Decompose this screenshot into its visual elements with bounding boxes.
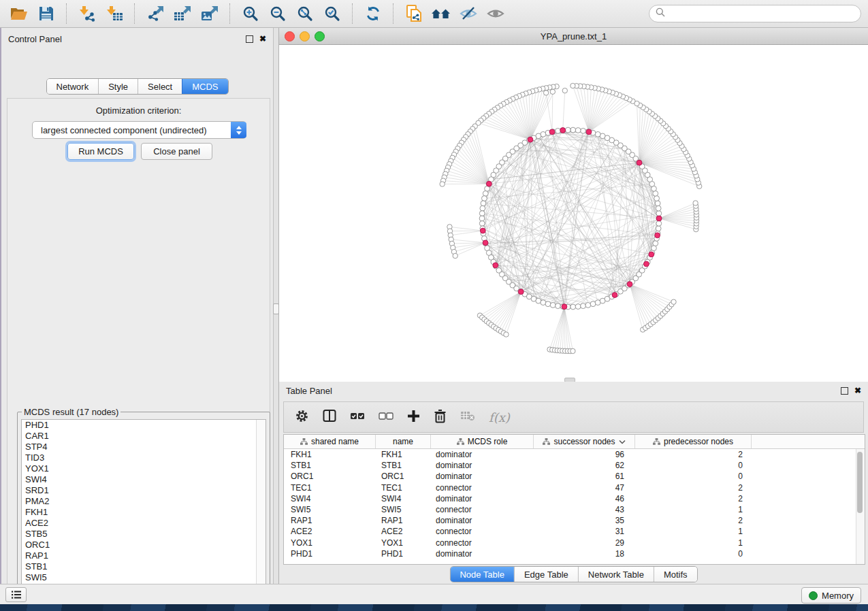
list-icon bbox=[11, 590, 22, 599]
table-row[interactable]: ACE2ACE2connector311 bbox=[284, 526, 865, 537]
mcds-result-item[interactable]: SRD1 bbox=[22, 485, 266, 496]
network-window-titlebar[interactable]: YPA_prune.txt_1 bbox=[279, 28, 868, 45]
mcds-list-scrollbar[interactable] bbox=[256, 420, 266, 611]
close-panel-icon[interactable]: ✖ bbox=[259, 36, 266, 42]
zoom-out-icon[interactable] bbox=[266, 3, 290, 24]
mcds-result-item[interactable]: STP4 bbox=[22, 442, 266, 452]
tab-style[interactable]: Style bbox=[98, 79, 138, 94]
import-table-icon[interactable] bbox=[102, 3, 127, 24]
mcds-result-item[interactable]: TID3 bbox=[22, 452, 266, 463]
mcds-result-group: MCDS result (17 nodes) PHD1CAR1STP4TID3Y… bbox=[17, 412, 270, 611]
mcds-result-item[interactable]: RAP1 bbox=[22, 550, 266, 561]
vertical-splitter-handle[interactable] bbox=[273, 303, 279, 314]
column-header-mcds-role[interactable]: MCDS role bbox=[431, 435, 534, 448]
table-settings-icon[interactable] bbox=[295, 409, 309, 426]
export-network-icon[interactable] bbox=[143, 3, 167, 24]
select-all-icon[interactable] bbox=[350, 411, 365, 423]
search-icon bbox=[656, 7, 665, 20]
mcds-result-item[interactable]: CAR1 bbox=[22, 431, 266, 442]
mcds-tab-content: Optimization criterion: largest connecte… bbox=[7, 98, 270, 606]
float-panel-icon[interactable] bbox=[246, 35, 253, 43]
tab-network-table[interactable]: Network Table bbox=[578, 567, 654, 582]
first-neighbors-icon[interactable] bbox=[429, 3, 453, 24]
clone-network-icon[interactable] bbox=[402, 3, 426, 24]
hierarchy-icon bbox=[653, 438, 660, 445]
mcds-result-item[interactable]: PHD1 bbox=[22, 420, 266, 431]
column-header-predecessor-nodes[interactable]: predecessor nodes bbox=[635, 435, 752, 448]
tab-network[interactable]: Network bbox=[46, 79, 98, 94]
hide-selected-icon[interactable] bbox=[456, 3, 481, 24]
mcds-result-item[interactable]: STB5 bbox=[22, 529, 266, 540]
mcds-result-item[interactable]: YOX1 bbox=[22, 463, 266, 474]
zoom-fit-icon[interactable] bbox=[293, 3, 317, 24]
toolbar-separator bbox=[229, 3, 231, 24]
task-history-button[interactable] bbox=[5, 587, 27, 602]
close-table-panel-icon[interactable]: ✖ bbox=[854, 388, 861, 394]
function-builder-icon: f(x) bbox=[489, 410, 510, 425]
table-row[interactable]: ORC1ORC1dominator610 bbox=[284, 471, 865, 482]
optimization-criterion-select[interactable]: largest connected component (undirected) bbox=[32, 121, 246, 139]
table-row[interactable]: SWI4SWI4dominator462 bbox=[284, 493, 865, 504]
close-panel-button[interactable]: Close panel bbox=[141, 143, 212, 160]
export-table-icon[interactable] bbox=[170, 3, 195, 24]
select-stepper-icon bbox=[231, 122, 246, 138]
float-table-panel-icon[interactable] bbox=[841, 387, 848, 395]
table-scrollbar-thumb[interactable] bbox=[857, 452, 863, 513]
show-all-icon[interactable] bbox=[483, 3, 508, 24]
tab-node-table[interactable]: Node Table bbox=[450, 567, 514, 582]
network-view[interactable] bbox=[279, 45, 868, 382]
refresh-layout-icon[interactable] bbox=[361, 3, 385, 24]
network-window-title: YPA_prune.txt_1 bbox=[279, 31, 868, 42]
table-row[interactable]: FKH1FKH1dominator962 bbox=[284, 449, 865, 460]
open-session-icon[interactable] bbox=[7, 3, 31, 24]
column-header-filler bbox=[752, 435, 865, 448]
mcds-result-item[interactable]: FKH1 bbox=[22, 507, 266, 518]
control-panel: Control Panel ✖ Network Style Select MCD… bbox=[1, 28, 273, 584]
table-row[interactable]: SWI5SWI5connector431 bbox=[284, 504, 865, 515]
mcds-result-item[interactable]: SWI4 bbox=[22, 474, 266, 485]
column-header-successor-nodes[interactable]: successor nodes bbox=[534, 435, 635, 448]
import-network-icon[interactable] bbox=[75, 3, 99, 24]
column-header-shared-name[interactable]: shared name bbox=[284, 435, 376, 448]
memory-button[interactable]: Memory bbox=[801, 587, 861, 604]
table-row[interactable]: YOX1YOX1connector291 bbox=[284, 538, 865, 548]
mcds-result-item[interactable]: ORC1 bbox=[22, 540, 266, 550]
table-panel-tabs: Node Table Edge Table Network Table Moti… bbox=[449, 566, 697, 582]
search-input[interactable] bbox=[669, 8, 854, 20]
optimization-criterion-value: largest connected component (undirected) bbox=[33, 125, 231, 135]
tab-select[interactable]: Select bbox=[138, 79, 182, 94]
mcds-result-item[interactable]: ACE2 bbox=[22, 518, 266, 529]
mcds-result-item[interactable]: PMA2 bbox=[22, 496, 266, 507]
table-panel-header: Table Panel ✖ bbox=[279, 382, 868, 399]
table-row[interactable]: STB1STB1dominator620 bbox=[284, 460, 865, 471]
optimization-criterion-label: Optimization criterion: bbox=[7, 105, 270, 116]
run-mcds-button[interactable]: Run MCDS bbox=[67, 143, 134, 160]
hierarchy-icon bbox=[300, 438, 308, 445]
tab-motifs[interactable]: Motifs bbox=[654, 567, 697, 582]
table-row[interactable]: TEC1TEC1connector472 bbox=[284, 482, 865, 493]
show-column-panel-icon[interactable] bbox=[323, 409, 336, 425]
column-header-name[interactable]: name bbox=[376, 435, 431, 448]
network-graph[interactable] bbox=[279, 45, 868, 382]
mcds-result-item[interactable]: STB1 bbox=[22, 561, 266, 572]
node-table-header: shared name name MCDS role successor nod… bbox=[284, 435, 865, 449]
deselect-all-icon[interactable] bbox=[379, 411, 393, 423]
main-toolbar bbox=[0, 0, 868, 28]
zoom-in-icon[interactable] bbox=[238, 3, 263, 24]
table-scrollbar[interactable] bbox=[856, 449, 865, 564]
table-toolbar: f(x) bbox=[283, 401, 864, 433]
table-row[interactable]: RAP1RAP1dominator352 bbox=[284, 515, 865, 526]
tab-mcds[interactable]: MCDS bbox=[182, 79, 227, 94]
delete-table-icon bbox=[460, 410, 475, 424]
zoom-selected-icon[interactable] bbox=[320, 3, 344, 24]
table-row[interactable]: PHD1PHD1dominator180 bbox=[284, 548, 865, 559]
mcds-result-item[interactable]: SWI5 bbox=[22, 572, 266, 583]
save-session-icon[interactable] bbox=[34, 3, 59, 24]
hierarchy-icon bbox=[543, 438, 550, 445]
tab-edge-table[interactable]: Edge Table bbox=[514, 567, 578, 582]
mcds-result-list: PHD1CAR1STP4TID3YOX1SWI4SRD1PMA2FKH1ACE2… bbox=[21, 419, 266, 611]
delete-column-icon[interactable] bbox=[434, 409, 447, 426]
export-image-icon[interactable] bbox=[197, 3, 222, 24]
toolbar-separator bbox=[352, 3, 353, 24]
add-column-icon[interactable] bbox=[407, 410, 420, 425]
